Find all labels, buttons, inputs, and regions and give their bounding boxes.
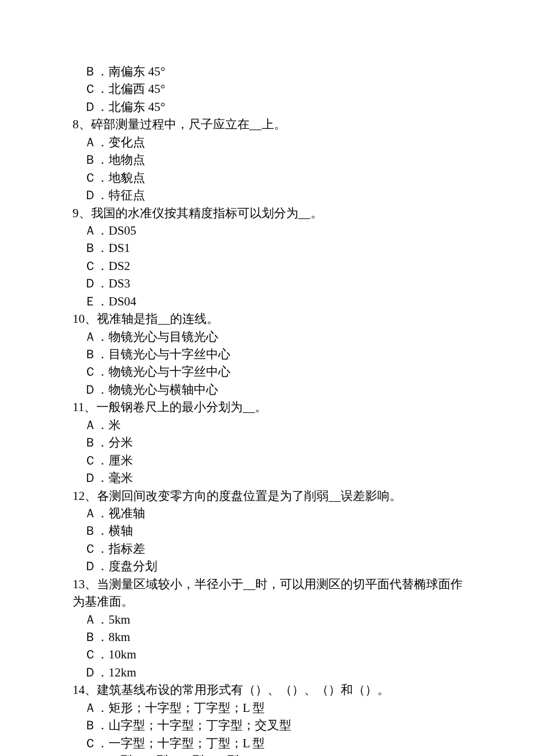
option-text: Ｄ．度盘分划 xyxy=(73,557,464,575)
question-text: 13、当测量区域较小，半径小于__时，可以用测区的切平面代替椭球面作为基准面。 xyxy=(73,575,464,611)
option-text: Ｂ．山字型；十字型；丁字型；交叉型 xyxy=(73,717,464,734)
option-text: Ｃ．一字型；十字型；丁型；L 型 xyxy=(73,735,464,752)
option-text: Ｄ．北偏东 45° xyxy=(73,98,464,116)
option-text: Ｄ．特征点 xyxy=(73,186,464,204)
option-text: Ｂ．地物点 xyxy=(73,151,464,168)
option-text: Ｃ．物镜光心与十字丝中心 xyxy=(73,363,464,380)
option-text: Ａ．米 xyxy=(73,416,464,434)
option-text: Ｂ．横轴 xyxy=(73,522,464,539)
option-text: Ｄ．12km xyxy=(73,664,464,681)
option-text: Ｃ．指标差 xyxy=(73,540,464,557)
option-text: Ｂ．DS1 xyxy=(73,239,464,257)
option-text: Ｃ．10km xyxy=(73,646,464,663)
question-text: 11、一般钢卷尺上的最小分划为__。 xyxy=(73,398,464,416)
option-text: Ｃ．地貌点 xyxy=(73,169,464,186)
option-text: Ｂ．目镜光心与十字丝中心 xyxy=(73,345,464,363)
option-text: Ｄ．X 型；Y 型；O 型；L 型 xyxy=(73,752,464,756)
option-text: Ｂ．分米 xyxy=(73,434,464,451)
question-text: 14、建筑基线布设的常用形式有（）、（）、（）和（）。 xyxy=(73,681,464,699)
question-text: 12、各测回间改变零方向的度盘位置是为了削弱__误差影响。 xyxy=(73,487,464,505)
option-text: Ａ．5km xyxy=(73,611,464,628)
option-text: Ａ．DS05 xyxy=(73,222,464,239)
option-text: Ａ．变化点 xyxy=(73,134,464,151)
option-text: Ａ．视准轴 xyxy=(73,505,464,522)
option-text: Ｄ．物镜光心与横轴中心 xyxy=(73,381,464,398)
option-text: Ｃ．厘米 xyxy=(73,452,464,469)
option-text: Ｄ．DS3 xyxy=(73,275,464,292)
question-text: 9、我国的水准仪按其精度指标可以划分为__。 xyxy=(73,204,464,222)
option-text: Ｃ．北偏西 45° xyxy=(73,80,464,98)
option-text: Ｅ．DS04 xyxy=(73,293,464,310)
option-text: Ｃ．DS2 xyxy=(73,257,464,275)
option-text: Ａ．矩形；十字型；丁字型；L 型 xyxy=(73,699,464,717)
option-text: Ｂ．8km xyxy=(73,628,464,646)
option-text: Ｂ．南偏东 45° xyxy=(73,63,464,80)
document-body: Ｂ．南偏东 45°Ｃ．北偏西 45°Ｄ．北偏东 45°8、碎部测量过程中，尺子应… xyxy=(73,63,464,756)
question-text: 8、碎部测量过程中，尺子应立在__上。 xyxy=(73,116,464,133)
option-text: Ａ．物镜光心与目镜光心 xyxy=(73,328,464,345)
question-text: 10、视准轴是指__的连线。 xyxy=(73,310,464,327)
option-text: Ｄ．毫米 xyxy=(73,469,464,487)
